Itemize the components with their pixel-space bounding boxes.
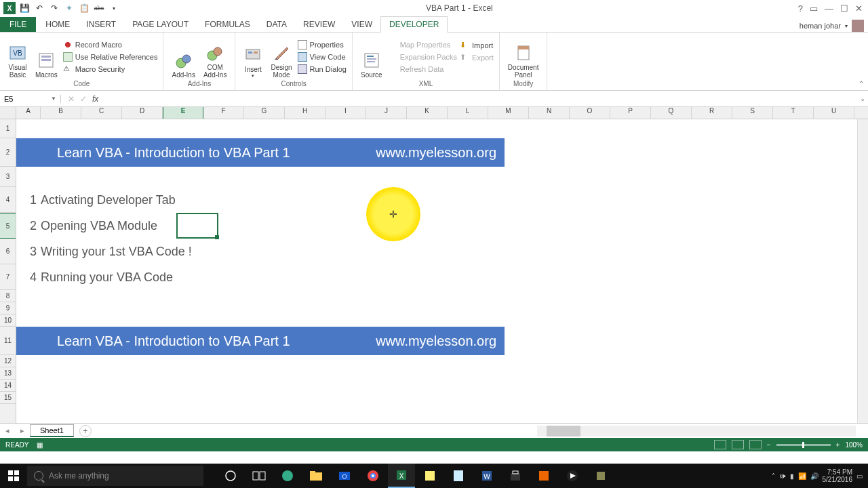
row-header[interactable]: 11	[0, 327, 16, 355]
row-header[interactable]: 10	[0, 314, 16, 327]
column-header[interactable]: T	[773, 107, 814, 119]
tab-file[interactable]: FILE	[0, 17, 36, 32]
row-header[interactable]: 2	[0, 138, 16, 167]
spreadsheet-grid[interactable]: 123456789101112131415 ABCDEFGHIJKLMNOPQR…	[0, 107, 868, 423]
macros-button[interactable]: Macros	[31, 34, 62, 80]
visual-basic-button[interactable]: VB Visual Basic	[4, 34, 31, 80]
column-header[interactable]: N	[529, 107, 570, 119]
undo-icon[interactable]: ↶	[33, 1, 46, 15]
horizontal-scrollbar[interactable]	[537, 426, 856, 436]
record-macro-button[interactable]: Record Macro	[62, 39, 159, 50]
column-header[interactable]: B	[41, 107, 81, 119]
notes-icon[interactable]	[416, 464, 443, 488]
qat-customize-icon[interactable]: ▾	[107, 1, 121, 15]
view-code-button[interactable]: View Code	[296, 52, 348, 62]
network-icon[interactable]: 🕪	[779, 472, 786, 480]
row-header[interactable]: 12	[0, 355, 16, 367]
zoom-out-button[interactable]: −	[767, 441, 771, 449]
zoom-level[interactable]: 100%	[845, 441, 863, 449]
row-header[interactable]: 9	[0, 302, 16, 314]
active-cell[interactable]	[176, 213, 218, 239]
expand-formula-icon[interactable]: ⌄	[857, 95, 868, 102]
document-panel-button[interactable]: Document Panel	[504, 34, 543, 80]
column-header[interactable]: K	[407, 107, 448, 119]
taskbar-search[interactable]: Ask me anything	[27, 466, 203, 486]
column-header[interactable]: S	[732, 107, 773, 119]
row-header[interactable]: 6	[0, 239, 16, 264]
tab-developer[interactable]: DEVELOPER	[380, 16, 448, 33]
column-header[interactable]: R	[692, 107, 732, 119]
sheet-nav-next-icon[interactable]: ▸	[15, 426, 30, 435]
row-header[interactable]: 15	[0, 392, 16, 404]
sheet-tab[interactable]: Sheet1	[30, 424, 74, 437]
com-addins-button[interactable]: COM Add-Ins	[199, 34, 231, 80]
add-sheet-button[interactable]: +	[79, 425, 92, 437]
import-button[interactable]: ⬇Import	[458, 40, 495, 51]
zoom-in-button[interactable]: +	[836, 441, 840, 449]
tab-home[interactable]: HOME	[37, 17, 78, 32]
collapse-ribbon-icon[interactable]: ⌃	[859, 80, 864, 87]
chrome-icon[interactable]	[359, 464, 387, 488]
maximize-icon[interactable]: ☐	[840, 3, 848, 14]
tab-insert[interactable]: INSERT	[78, 17, 124, 32]
row-header[interactable]: 5	[0, 213, 16, 239]
taskview-icon[interactable]	[245, 464, 273, 488]
tab-view[interactable]: VIEW	[343, 17, 380, 32]
column-header[interactable]: F	[203, 107, 244, 119]
tab-pagelayout[interactable]: PAGE LAYOUT	[124, 17, 197, 32]
column-header[interactable]: M	[488, 107, 529, 119]
app-icon[interactable]	[559, 464, 586, 488]
source-button[interactable]: Source	[357, 34, 387, 80]
minimize-icon[interactable]: —	[825, 3, 833, 14]
user-area[interactable]: heman johar ▾	[800, 20, 868, 32]
column-header[interactable]: Q	[651, 107, 692, 119]
pagelayout-view-button[interactable]	[732, 440, 744, 449]
cortana-icon[interactable]	[217, 464, 244, 488]
pagebreak-view-button[interactable]	[749, 440, 762, 449]
qat-icon[interactable]: 📋	[77, 1, 91, 15]
name-box[interactable]: E5 ▼	[0, 95, 61, 103]
sheet-nav-prev-icon[interactable]: ◂	[0, 426, 15, 435]
tray-up-icon[interactable]: ˄	[772, 472, 775, 480]
explorer-icon[interactable]	[302, 464, 330, 488]
volume-icon[interactable]: 🔊	[810, 472, 818, 480]
column-header[interactable]: D	[122, 107, 163, 119]
column-header[interactable]: L	[448, 107, 488, 119]
redo-icon[interactable]: ↷	[47, 1, 61, 15]
word-icon[interactable]: W	[473, 464, 500, 488]
qat-icon[interactable]: ✦	[62, 1, 76, 15]
column-header[interactable]: H	[285, 107, 326, 119]
relative-refs-button[interactable]: Use Relative References	[62, 52, 159, 62]
row-header[interactable]: 8	[0, 290, 16, 302]
row-header[interactable]: 3	[0, 167, 16, 187]
row-header[interactable]: 13	[0, 367, 16, 380]
select-all-button[interactable]	[0, 107, 16, 119]
macro-security-button[interactable]: ⚠Macro Security	[62, 64, 159, 75]
column-header[interactable]: A	[16, 107, 41, 119]
battery-icon[interactable]: ▮	[790, 472, 794, 480]
column-header[interactable]: I	[326, 107, 366, 119]
close-icon[interactable]: ✕	[855, 3, 863, 14]
notifications-icon[interactable]: ▭	[856, 472, 863, 480]
namebox-dropdown-icon[interactable]: ▼	[51, 96, 56, 102]
tab-data[interactable]: DATA	[258, 17, 295, 32]
column-header[interactable]: O	[570, 107, 610, 119]
column-header[interactable]: P	[610, 107, 651, 119]
addins-button[interactable]: Add-Ins	[167, 34, 199, 80]
qat-icon[interactable]: abc	[92, 1, 106, 15]
row-header[interactable]: 1	[0, 119, 16, 138]
app-icon[interactable]	[587, 464, 614, 488]
row-header[interactable]: 7	[0, 264, 16, 290]
zoom-slider[interactable]	[776, 444, 831, 446]
start-button[interactable]	[0, 464, 27, 488]
save-icon[interactable]: 💾	[18, 1, 31, 15]
store-icon[interactable]	[502, 464, 529, 488]
column-header[interactable]: G	[244, 107, 285, 119]
app-icon[interactable]	[530, 464, 557, 488]
row-header[interactable]: 4	[0, 187, 16, 213]
edge-icon[interactable]	[274, 464, 301, 488]
wifi-icon[interactable]: 📶	[798, 472, 806, 480]
properties-button[interactable]: Properties	[296, 39, 348, 50]
row-header[interactable]: 14	[0, 380, 16, 392]
notepad-icon[interactable]	[445, 464, 472, 488]
